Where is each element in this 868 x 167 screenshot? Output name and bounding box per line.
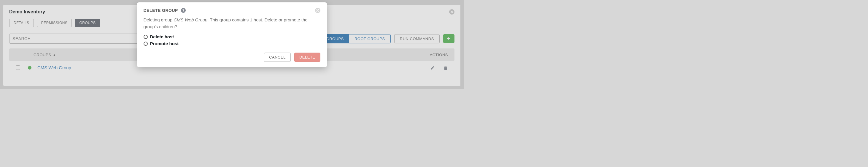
option-promote-host-label: Promote host xyxy=(150,41,179,46)
modal-body-part-a: Deleting group xyxy=(144,17,174,22)
modal-footer: CANCEL DELETE xyxy=(144,53,320,62)
help-icon[interactable]: ? xyxy=(181,8,186,13)
option-delete-host[interactable]: Delete host xyxy=(144,34,320,39)
radio-icon xyxy=(144,35,148,39)
option-delete-host-label: Delete host xyxy=(150,34,174,39)
modal-backdrop[interactable]: DELETE GROUP ? Deleting group CMS Web Gr… xyxy=(0,0,464,89)
modal-title: DELETE GROUP xyxy=(144,8,178,13)
modal-options: Delete host Promote host xyxy=(144,34,320,46)
modal-body-group-name: CMS Web Group xyxy=(174,17,207,22)
radio-icon xyxy=(144,41,148,46)
modal-body-text: Deleting group CMS Web Group. This group… xyxy=(144,17,320,30)
option-promote-host[interactable]: Promote host xyxy=(144,41,320,46)
modal-header: DELETE GROUP ? xyxy=(144,8,320,13)
close-icon[interactable] xyxy=(315,8,320,13)
delete-group-modal: DELETE GROUP ? Deleting group CMS Web Gr… xyxy=(137,2,327,67)
delete-button[interactable]: DELETE xyxy=(294,53,320,62)
cancel-button[interactable]: CANCEL xyxy=(264,53,291,62)
